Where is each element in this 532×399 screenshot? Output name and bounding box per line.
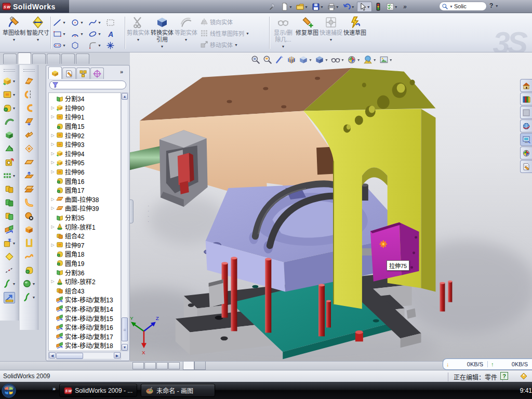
sketch-entity-button-slot[interactable]: ▼ <box>52 39 70 51</box>
tray-icon-power-shield[interactable] <box>448 387 456 394</box>
task-pane-tab-solidworks-resources[interactable] <box>520 79 532 92</box>
menu-item[interactable] <box>114 5 124 8</box>
feature-tool-button-linear-pattern[interactable]: ▼ <box>2 170 17 181</box>
surface-tool-button-revolved-surface[interactable]: ▼ <box>24 89 34 100</box>
sketch-entity-button-polygon[interactable]: ▼ <box>70 39 87 51</box>
graphics-area[interactable]: Y Z X ▼ ▼ ▼ ▼ ▼ ▼ ▼ <box>130 52 532 361</box>
task-pane-tab-design-library[interactable] <box>520 92 532 105</box>
surface-tool-button-fillet-surface[interactable]: ▼ <box>24 197 34 208</box>
sketch-entity-button-circle[interactable]: ▼ <box>70 17 87 28</box>
ribbon-tab[interactable] <box>61 54 75 64</box>
feature-tree-item[interactable]: ▷ 圆角17 <box>49 185 121 195</box>
view-tool-button-view-orientation[interactable]: ▼ <box>298 55 313 65</box>
menu-item[interactable] <box>125 5 134 8</box>
featuremanager-tab-configurationmanager[interactable] <box>76 68 90 79</box>
start-button[interactable] <box>1 383 17 398</box>
feature-tree-item[interactable]: ▷ 圆角19 <box>49 259 121 268</box>
tray-icon-certificate[interactable] <box>458 387 466 394</box>
feature-tool-button-join-bodies[interactable]: ▼ <box>4 211 15 221</box>
taskbar-task-button[interactable]: 未命名 - 画图 <box>141 384 215 397</box>
feature-tree-item[interactable]: ▷ 拉伸95 <box>49 158 121 167</box>
surface-tool-button-knit-surface[interactable]: ▼ <box>24 251 34 262</box>
feature-tool-button-curve[interactable]: ▼ <box>2 278 17 289</box>
command-button[interactable]: 等距实体▼ <box>174 15 198 49</box>
tag-icon[interactable] <box>520 372 528 380</box>
model-tab[interactable] <box>183 362 194 370</box>
feature-tree-item[interactable]: ▷ 分割35 <box>49 213 121 222</box>
menu-item[interactable] <box>83 5 92 8</box>
view-tool-button-section-view[interactable]: ▼ <box>286 55 297 65</box>
feature-tool-button-intersect-bodies[interactable]: ▼ <box>4 197 15 208</box>
tray-icon-input-keyboard[interactable] <box>428 387 436 394</box>
expand-arrow-icon[interactable]: ▷ <box>50 224 56 229</box>
sketch-entity-button-selection-box[interactable]: ▼ <box>105 17 121 28</box>
expand-arrow-icon[interactable]: ▷ <box>50 151 56 156</box>
scrollbar-thumb[interactable] <box>56 353 83 359</box>
tray-icon-health-shield[interactable] <box>497 387 505 394</box>
feature-tree-item[interactable]: ▷ 组合43 <box>49 286 121 295</box>
search-input[interactable]: ▼ Solic <box>439 2 487 11</box>
surface-tool-button-delete-face[interactable]: ▼ <box>24 211 34 221</box>
expand-arrow-icon[interactable]: ▷ <box>50 243 56 247</box>
feature-tree-item[interactable]: ▷ 切除-放样2 <box>49 277 121 286</box>
feature-tool-button-instant3d[interactable]: ▼ <box>4 292 15 303</box>
feature-tree-item[interactable]: ▷ 圆角15 <box>49 122 121 131</box>
surface-tool-button-filled-surface[interactable]: ▼ <box>24 130 34 140</box>
quick-launch-icon-messenger[interactable] <box>21 386 30 395</box>
feature-tree-item[interactable]: ▷ 拉伸96 <box>49 167 121 177</box>
feature-tree-item[interactable]: ▷ 分割34 <box>49 94 121 103</box>
view-tool-button-edit-appearance[interactable]: ▼ <box>347 55 361 65</box>
help-button[interactable]: ? ▼ <box>489 2 499 9</box>
feature-tree-item[interactable]: ▷ 圆角18 <box>49 249 121 259</box>
expand-arrow-icon[interactable]: ▷ <box>50 160 56 165</box>
surface-tool-button-boundary-surface[interactable]: ▼ <box>24 116 34 127</box>
scroll-down-button[interactable]: ▼ <box>122 344 128 351</box>
toolbar-button-pin[interactable]: ▼ <box>267 2 278 12</box>
expand-arrow-icon[interactable]: ▷ <box>50 133 56 138</box>
toolbar-button-undo[interactable]: ▼ <box>341 2 356 12</box>
ribbon-tab[interactable] <box>76 54 89 64</box>
feature-tool-button-move-copy-body[interactable]: ▼ <box>4 224 15 235</box>
scrollbar-thumb[interactable] <box>122 317 128 341</box>
feature-tool-button-extruded-boss[interactable]: ▼ <box>2 76 17 86</box>
feature-tree-item[interactable]: ▷ 圆角16 <box>49 176 121 185</box>
feature-tree-item[interactable]: ▷ 拉伸92 <box>49 130 121 140</box>
feature-tool-button-split[interactable]: ▼ <box>2 238 17 248</box>
sketch-entity-button-ellipse[interactable]: ▼ <box>87 28 105 39</box>
surface-tool-button-freeform[interactable]: ▼ <box>22 292 36 302</box>
expand-arrow-icon[interactable]: ▷ <box>50 169 56 174</box>
tray-icon-volume[interactable] <box>468 387 475 394</box>
command-button[interactable]: 快速捕捉▼ <box>319 15 343 49</box>
menu-item[interactable] <box>104 5 113 8</box>
sketch-entity-button-sketch-text[interactable]: A▼ <box>105 28 121 39</box>
feature-tree-item[interactable]: ▷ 拉伸93 <box>49 140 121 149</box>
feature-tree-item[interactable]: ▷ 拉伸91 <box>49 112 121 122</box>
expand-arrow-icon[interactable]: ▷ <box>50 105 56 110</box>
feature-tool-button-boss-feature[interactable]: ▼ <box>4 130 15 140</box>
menu-item[interactable] <box>94 5 103 8</box>
command-button[interactable]: 镜向实体▼ <box>200 16 267 28</box>
quick-launch-icon-solidworks[interactable] <box>44 386 52 395</box>
sketch-entity-button-line[interactable]: ▼ <box>52 17 70 28</box>
expand-arrow-icon[interactable]: ▷ <box>50 142 56 147</box>
feature-tool-button-fillet[interactable]: ▼ <box>2 103 17 113</box>
surface-tool-button-dome-surface[interactable]: ▼ <box>22 278 36 289</box>
scroll-left-button[interactable]: ◀ <box>49 352 56 358</box>
feature-tree-item[interactable]: ▷ 曲面-拉伸38 <box>49 195 121 204</box>
surface-tool-button-swept-surface[interactable]: ▼ <box>24 103 34 113</box>
view-tool-button-view-settings[interactable]: ▼ <box>379 55 393 65</box>
tray-icon-warning[interactable] <box>487 387 495 394</box>
toolbar-button-open-document[interactable]: ▼ <box>295 2 310 12</box>
featuremanager-tab-dimxpertmanager[interactable] <box>90 68 104 79</box>
quick-launch-icon-antivirus[interactable] <box>32 386 41 395</box>
surface-tool-button-thicken[interactable]: ▼ <box>24 265 34 275</box>
tray-icon-network-up[interactable] <box>477 387 485 394</box>
command-button[interactable]: 智能尺寸▼ <box>26 15 50 49</box>
scroll-up-button[interactable]: ▲ <box>122 93 128 100</box>
feature-tree-item[interactable]: ▷ 切除-放样1 <box>49 222 121 231</box>
feature-tool-button-swept-boss[interactable]: ▼ <box>4 116 15 127</box>
view-tool-button-hide-show-items[interactable]: ▼ <box>330 55 345 65</box>
feature-tree-item[interactable]: ▷ 实体-移动/复制14 <box>49 304 121 314</box>
surface-tool-button-trim-surface[interactable]: ▼ <box>24 238 34 248</box>
feature-tool-button-reference-geometry[interactable]: ▼ <box>4 251 15 262</box>
